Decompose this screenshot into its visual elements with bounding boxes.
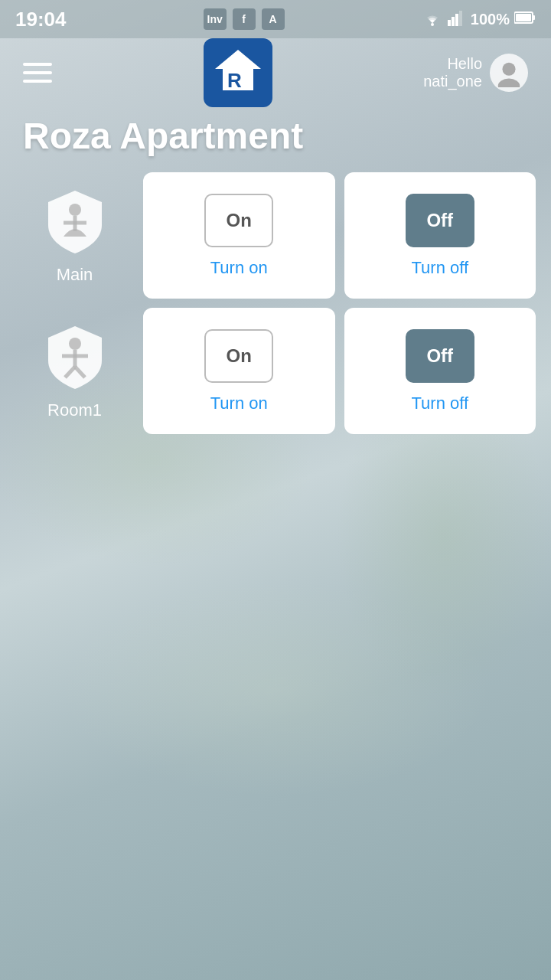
svg-rect-3 xyxy=(455,14,458,26)
main-turn-off-card[interactable]: Off Turn off xyxy=(344,172,536,299)
android-icon: A xyxy=(262,8,285,30)
app-logo: R xyxy=(204,38,272,107)
main-on-button[interactable]: On xyxy=(204,194,273,247)
status-bar: 19:04 Inv f A 100% xyxy=(0,0,551,38)
svg-rect-1 xyxy=(448,20,451,26)
room1-turn-off-card[interactable]: Off Turn off xyxy=(344,308,536,434)
room1-label: Room1 xyxy=(15,322,134,420)
main-room-label: Main xyxy=(15,187,134,285)
wifi-icon xyxy=(422,9,443,30)
header: R Hello nati_one xyxy=(0,38,551,107)
greeting-text: Hello nati_one xyxy=(423,55,482,90)
main-room-icon xyxy=(41,187,109,259)
svg-point-13 xyxy=(69,204,81,216)
inv-icon: Inv xyxy=(204,8,227,30)
room1-on-button[interactable]: On xyxy=(204,329,273,383)
room1-row: Room1 On Turn on Off Turn off xyxy=(15,308,536,434)
room1-off-label: Turn off xyxy=(411,394,468,413)
main-off-button[interactable]: Off xyxy=(406,194,474,247)
svg-point-0 xyxy=(431,23,434,26)
svg-text:R: R xyxy=(227,69,242,92)
main-turn-on-card[interactable]: On Turn on xyxy=(143,172,335,299)
hamburger-menu[interactable] xyxy=(23,63,52,83)
room1-off-button[interactable]: Off xyxy=(406,329,474,383)
facebook-icon: f xyxy=(233,8,256,30)
main-on-label: Turn on xyxy=(210,258,268,278)
battery-icon xyxy=(514,11,536,28)
room1-on-label: Turn on xyxy=(210,394,268,413)
svg-point-11 xyxy=(502,63,515,76)
main-off-label: Turn off xyxy=(411,258,468,278)
svg-rect-7 xyxy=(533,15,535,20)
user-section: Hello nati_one xyxy=(423,54,528,92)
status-time: 19:04 xyxy=(15,8,67,31)
rooms-container: Main On Turn on Off Turn off xyxy=(0,172,551,434)
svg-rect-4 xyxy=(459,11,462,26)
room1-name: Room1 xyxy=(47,400,102,420)
room1-turn-on-card[interactable]: On Turn on xyxy=(143,308,335,434)
svg-marker-8 xyxy=(215,50,261,69)
battery-level: 100% xyxy=(471,11,510,28)
status-right: 100% xyxy=(422,9,536,30)
signal-icon xyxy=(448,9,466,30)
status-icons: Inv f A xyxy=(204,8,285,30)
main-room-row: Main On Turn on Off Turn off xyxy=(15,172,536,299)
page-title: Roza Apartment xyxy=(0,107,551,172)
svg-point-12 xyxy=(498,79,520,87)
svg-rect-6 xyxy=(516,14,531,21)
room1-icon xyxy=(41,322,109,394)
user-avatar[interactable] xyxy=(490,54,528,92)
svg-rect-2 xyxy=(452,17,455,26)
svg-point-16 xyxy=(69,338,81,350)
main-room-name: Main xyxy=(57,265,93,285)
